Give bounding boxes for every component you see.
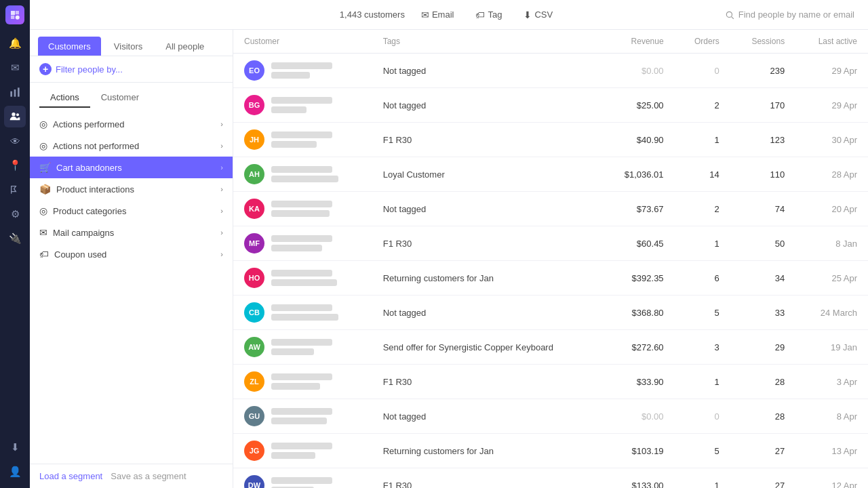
svg-point-0 (16, 16, 20, 20)
actions-not-performed-icon: ◎ (39, 140, 47, 151)
avatar-12: DW (244, 475, 264, 488)
table-row[interactable]: GU Not tagged$0.000288 Apr (233, 399, 868, 434)
last-active-cell-9: 3 Apr (795, 365, 868, 399)
sidebar-icon-settings[interactable]: ⚙ (4, 203, 26, 225)
table-row[interactable]: JH F1 R30$40.90112330 Apr (233, 123, 868, 157)
sessions-cell-12: 27 (730, 468, 795, 489)
last-active-cell-1: 29 Apr (795, 88, 868, 123)
customer-cell-10: GU (233, 399, 372, 434)
orders-cell-4: 2 (675, 192, 730, 226)
sidebar-icon-bell[interactable]: 🔔 (4, 33, 26, 54)
orders-cell-8: 3 (675, 330, 730, 365)
sessions-cell-0: 239 (730, 54, 795, 88)
avatar-1: BG (244, 95, 264, 115)
avatar-11: JG (244, 441, 264, 461)
filter-by-label: Filter people by... (56, 64, 123, 75)
tab-all-people[interactable]: All people (155, 37, 214, 56)
load-segment-link[interactable]: Load a segment (39, 471, 102, 481)
main-content: 1,443 customers ✉ Email 🏷 Tag ⬇ CSV Find… (30, 0, 868, 488)
customer-cell-1: BG (233, 88, 372, 123)
sidebar-icon-mail[interactable]: ✉ (4, 57, 26, 79)
svg-line-7 (731, 16, 733, 18)
sub-tab-customer[interactable]: Customer (90, 88, 150, 108)
col-tags: Tags (372, 30, 602, 54)
tag-cell-0: Not tagged (372, 54, 602, 88)
last-active-cell-0: 29 Apr (795, 54, 868, 88)
table-row[interactable]: MF F1 R30$60.451508 Jan (233, 226, 868, 261)
sidebar-icon-user[interactable]: 👤 (4, 461, 26, 483)
table-row[interactable]: AW Send offer for Synergistic Copper Key… (233, 330, 868, 365)
filter-panel: Customers Visitors All people + Filter p… (30, 30, 233, 488)
table-row[interactable]: DW F1 R30$133.0012712 Apr (233, 468, 868, 489)
revenue-cell-7: $368.80 (601, 296, 674, 330)
filter-coupon-used[interactable]: 🏷 Coupon used › (30, 243, 233, 265)
avatar-7: CB (244, 302, 264, 323)
tag-cell-1: Not tagged (372, 88, 602, 123)
tag-cell-4: Not tagged (372, 192, 602, 226)
table-row[interactable]: ZL F1 R30$33.901283 Apr (233, 365, 868, 399)
email-action[interactable]: ✉ Email (416, 7, 460, 23)
table-row[interactable]: JG Returning customers for Jan$103.19527… (233, 434, 868, 468)
tab-customers[interactable]: Customers (38, 37, 101, 56)
mail-campaigns-icon: ✉ (39, 227, 47, 238)
search-area[interactable]: Find people by name or email (725, 9, 854, 20)
sub-tab-actions[interactable]: Actions (39, 88, 90, 108)
tag-action[interactable]: 🏷 Tag (470, 7, 507, 23)
customer-cell-7: CB (233, 296, 372, 330)
table-row[interactable]: CB Not tagged$368.8053324 March (233, 296, 868, 330)
save-segment-link[interactable]: Save as a segment (111, 471, 186, 481)
sidebar-icon-eye[interactable]: 👁 (4, 130, 26, 152)
sessions-cell-8: 29 (730, 330, 795, 365)
filter-add[interactable]: + Filter people by... (30, 56, 233, 83)
customer-cell-0: EO (233, 54, 372, 88)
orders-cell-0: 0 (675, 54, 730, 88)
chevron-icon-1: › (220, 142, 223, 150)
sidebar-icon-people[interactable] (4, 106, 26, 127)
tab-visitors[interactable]: Visitors (104, 37, 153, 56)
tag-cell-2: F1 R30 (372, 123, 602, 157)
avatar-8: AW (244, 337, 264, 357)
avatar-5: MF (244, 233, 264, 253)
table-row[interactable]: AH Loyal Customer$1,036.011411028 Apr (233, 157, 868, 192)
table-row[interactable]: BG Not tagged$25.00217029 Apr (233, 88, 868, 123)
logo[interactable] (5, 5, 24, 24)
tag-cell-12: F1 R30 (372, 468, 602, 489)
table-row[interactable]: EO Not tagged$0.00023929 Apr (233, 54, 868, 88)
col-orders: Orders (675, 30, 730, 54)
orders-cell-10: 0 (675, 399, 730, 434)
orders-cell-7: 5 (675, 296, 730, 330)
bottom-actions: Load a segment Save as a segment (30, 464, 233, 488)
tag-cell-10: Not tagged (372, 399, 602, 434)
sidebar-icon-plugin[interactable]: 🔌 (4, 228, 26, 249)
filter-actions-performed[interactable]: ◎ Actions performed › (30, 113, 233, 135)
revenue-cell-3: $1,036.01 (601, 157, 674, 192)
filter-product-interactions[interactable]: 📦 Product interactions › (30, 178, 233, 200)
orders-cell-6: 6 (675, 261, 730, 296)
sessions-cell-9: 28 (730, 365, 795, 399)
table-row[interactable]: HO Returning customers for Jan$392.35634… (233, 261, 868, 296)
revenue-cell-2: $40.90 (601, 123, 674, 157)
orders-cell-5: 1 (675, 226, 730, 261)
revenue-cell-1: $25.00 (601, 88, 674, 123)
sidebar-icon-location[interactable]: 📍 (4, 155, 26, 176)
revenue-cell-10: $0.00 (601, 399, 674, 434)
table-row[interactable]: KA Not tagged$73.6727420 Apr (233, 192, 868, 226)
filter-actions-not-performed[interactable]: ◎ Actions not performed › (30, 135, 233, 157)
revenue-cell-8: $272.60 (601, 330, 674, 365)
sidebar-icon-flag[interactable] (4, 179, 26, 201)
filter-add-icon: + (39, 63, 52, 75)
revenue-cell-4: $73.67 (601, 192, 674, 226)
sidebar-icon-download[interactable]: ⬇ (4, 436, 26, 458)
filter-product-categories[interactable]: ◎ Product categories › (30, 200, 233, 222)
avatar-2: JH (244, 129, 264, 150)
filter-cart-abandoners[interactable]: 🛒 Cart abandoners › (30, 157, 233, 178)
tag-cell-8: Send offer for Synergistic Copper Keyboa… (372, 330, 602, 365)
customer-cell-11: JG (233, 434, 372, 468)
csv-action[interactable]: ⬇ CSV (518, 7, 558, 23)
filter-mail-campaigns[interactable]: ✉ Mail campaigns › (30, 222, 233, 243)
customer-cell-4: KA (233, 192, 372, 226)
sidebar-icon-chart[interactable] (4, 81, 26, 103)
search-icon (725, 10, 734, 20)
orders-cell-12: 1 (675, 468, 730, 489)
svg-rect-2 (14, 89, 16, 97)
